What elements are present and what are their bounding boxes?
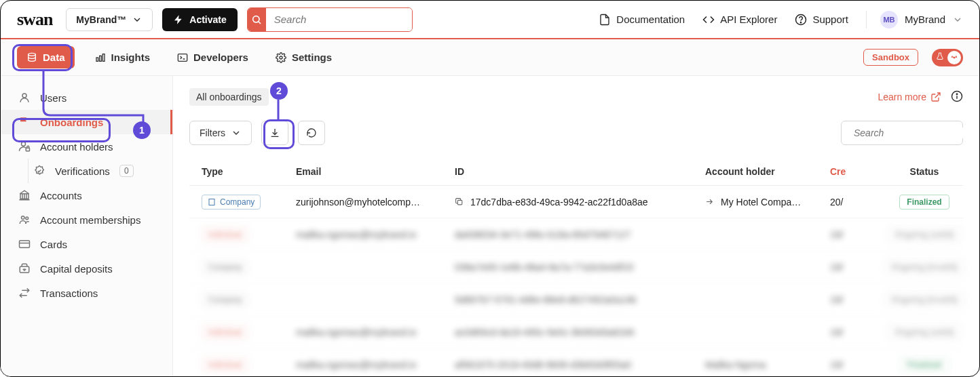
svg-point-0: [253, 16, 259, 22]
download-icon: [269, 127, 280, 138]
header-divider: [866, 11, 867, 28]
tab-developers[interactable]: Developers: [170, 47, 255, 67]
sidebar-item-account-memberships[interactable]: Account memberships: [1, 207, 172, 232]
sidebar-item-capital-deposits[interactable]: Capital deposits: [1, 256, 172, 281]
col-type[interactable]: Type: [202, 166, 293, 177]
flag-icon: [18, 116, 31, 128]
global-search-input[interactable]: [266, 8, 412, 31]
table-search-input[interactable]: [854, 127, 974, 138]
card-icon: [18, 238, 31, 250]
arrow-right-icon: [705, 197, 714, 206]
svg-rect-23: [20, 241, 30, 248]
svg-point-21: [22, 216, 25, 220]
brand-switcher[interactable]: MyBrand™: [66, 8, 153, 31]
bolt-icon: [173, 14, 184, 25]
table-row: Company 5d897b7-5791-4d6e-88e8-d627492a0…: [189, 283, 963, 316]
sidebar-item-account-holders[interactable]: Account holders: [1, 134, 172, 159]
refresh-icon: [306, 127, 317, 138]
activate-label: Activate: [189, 14, 226, 25]
sidebar-item-users[interactable]: Users: [1, 85, 172, 110]
type-pill: Individual: [202, 227, 248, 242]
sidebar-accounts-label: Accounts: [40, 190, 82, 201]
table-row[interactable]: Company zurijohnson@myhotelcomp… 17dc7db…: [189, 186, 963, 218]
learn-more-link[interactable]: Learn more: [878, 92, 941, 102]
filters-button[interactable]: Filters: [189, 121, 252, 145]
learn-more-label: Learn more: [878, 92, 926, 102]
building-icon: [208, 198, 216, 206]
col-id[interactable]: ID: [455, 166, 702, 177]
info-icon[interactable]: [951, 90, 963, 104]
external-link-icon: [930, 92, 941, 102]
sidebar-onboardings-label: Onboardings: [40, 117, 103, 128]
sidebar-item-transactions[interactable]: Transactions: [1, 281, 172, 305]
sandbox-label[interactable]: Sandbox: [863, 49, 918, 66]
svg-rect-37: [209, 199, 214, 205]
col-status[interactable]: Status: [870, 166, 979, 177]
user-menu[interactable]: MB MyBrand: [880, 11, 963, 28]
svg-point-3: [801, 22, 802, 22]
sidebar: Users Onboardings Account holders Verifi…: [1, 76, 173, 376]
chevron-down-icon: [231, 127, 242, 138]
col-account-holder[interactable]: Account holder: [705, 166, 827, 177]
brand-label: MyBrand™: [76, 14, 126, 25]
support-link[interactable]: Support: [791, 14, 852, 26]
flask-icon: [936, 52, 944, 63]
chevron-down-icon: [132, 14, 143, 25]
download-button[interactable]: [261, 121, 288, 145]
swan-logo: swan: [17, 9, 52, 30]
tab-data[interactable]: Data: [17, 46, 75, 68]
sidebar-item-accounts[interactable]: Accounts: [1, 183, 172, 207]
svg-point-4: [29, 53, 36, 56]
svg-line-1: [259, 22, 261, 24]
cell-id: 17dc7dba-e83d-49ca-9942-ac22f1d0a8ae: [455, 197, 702, 207]
api-explorer-label: API Explorer: [720, 14, 777, 25]
sidebar-item-verifications[interactable]: Verifications 0: [1, 159, 172, 183]
table-row: Company 038a7e00-1e6b-48a4-8a7a-77a3c0e4…: [189, 251, 963, 283]
top-header: swan MyBrand™ Activate Documentation API…: [1, 1, 979, 39]
arrows-icon: [18, 287, 31, 299]
refresh-button[interactable]: [298, 121, 325, 145]
status-pill: Finalized: [899, 195, 949, 210]
deposit-icon: [18, 262, 31, 275]
chart-icon: [95, 52, 106, 63]
chevron-down-icon: [952, 14, 963, 25]
table-search[interactable]: 15: [841, 121, 963, 145]
copy-icon[interactable]: [455, 197, 464, 206]
cell-created: 20/: [830, 197, 867, 207]
search-icon: [248, 8, 266, 31]
type-pill: Company: [202, 195, 261, 210]
sidebar-verifications-label: Verifications: [55, 165, 110, 177]
database-icon: [26, 52, 37, 63]
svg-rect-8: [178, 54, 187, 61]
activate-button[interactable]: Activate: [162, 8, 237, 31]
col-email[interactable]: Email: [296, 166, 452, 177]
global-search[interactable]: [247, 7, 413, 32]
svg-rect-15: [26, 148, 29, 151]
col-created[interactable]: Cre: [830, 166, 867, 177]
tab-settings-label: Settings: [292, 52, 332, 63]
table-row: Individual malika.ngomas@mybrand.io af58…: [189, 349, 963, 376]
sidebar-memberships-label: Account memberships: [40, 214, 140, 226]
svg-rect-7: [102, 54, 105, 61]
tab-insights[interactable]: Insights: [88, 47, 157, 67]
user-name: MyBrand: [905, 14, 945, 25]
api-explorer-link[interactable]: API Explorer: [698, 14, 781, 26]
svg-point-10: [280, 56, 282, 59]
sidebar-item-onboardings[interactable]: Onboardings: [1, 110, 172, 134]
sandbox-toggle[interactable]: [932, 49, 963, 66]
account-holder-value: My Hotel Compa…: [721, 197, 801, 207]
sidebar-cards-label: Cards: [40, 239, 67, 250]
filters-label: Filters: [200, 127, 225, 138]
svg-point-22: [26, 217, 29, 220]
document-icon: [599, 14, 611, 26]
help-circle-icon: [795, 14, 807, 26]
sidebar-users-label: Users: [40, 92, 67, 104]
tab-settings[interactable]: Settings: [269, 47, 339, 67]
tab-insights-label: Insights: [111, 52, 151, 63]
svg-rect-5: [96, 58, 98, 61]
terminal-icon: [177, 52, 188, 63]
broadcast-icon: [947, 51, 961, 64]
user-lock-icon: [18, 140, 31, 153]
sidebar-item-cards[interactable]: Cards: [1, 232, 172, 256]
documentation-link[interactable]: Documentation: [595, 14, 689, 26]
